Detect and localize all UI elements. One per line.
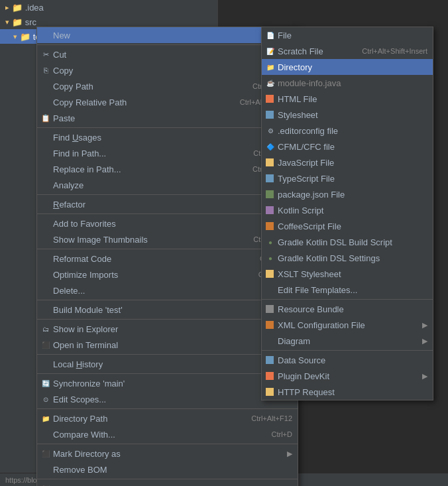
menu-item-thumbnails[interactable]: Show Image Thumbnails Ctrl+Shift+T [37,231,298,247]
copy-icon: ⎘ [40,65,51,76]
menu-findusages-label: Find Usages [53,133,258,143]
submenu-item-resourcebundle[interactable]: Resource Bundle [262,301,433,317]
tree-src-label: src [25,17,36,27]
xslt-icon [265,269,276,279]
menu-item-replaceinpath[interactable]: Replace in Path... Ctrl+Shift+R [37,161,298,177]
menu-item-cut[interactable]: ✂ Cut Ctrl+X [37,46,298,62]
submenu-plugindevkit-label: Plugin DevKit [278,371,420,381]
submenu-typescript-label: TypeScript File [278,174,427,184]
menu-item-buildmodule[interactable]: Build Module 'test' [37,302,298,318]
html-icon [265,93,276,104]
cfml-icon: 🔷 [265,141,276,152]
diagrams-icon: ⬛ [40,483,51,486]
submenu-scratch-label: Scratch File [278,46,349,56]
comparewith-shortcut: Ctrl+D [272,430,292,438]
submenu-item-diagram[interactable]: Diagram ▶ [262,333,433,349]
submenu-datasource-label: Data Source [278,355,427,365]
file-icon: 📄 [265,30,276,40]
submenu-item-html[interactable]: HTML File [262,91,433,107]
menu-item-refactor[interactable]: Refactor ▶ [37,196,298,212]
menu-optimize-label: Optimize Imports [53,270,245,280]
menu-item-delete[interactable]: Delete... Delete [37,282,298,298]
menu-item-markdir[interactable]: ⬛ Mark Directory as ▶ [37,446,298,461]
menu-item-findinpath[interactable]: Find in Path... Ctrl+Shift+F [37,145,298,161]
submenu-item-javascript[interactable]: JavaScript File [262,154,433,170]
tree-idea[interactable]: ▸ 📁 .idea [0,0,218,15]
submenu-item-scratch[interactable]: 📝 Scratch File Ctrl+Alt+Shift+Insert [262,43,433,59]
menu-item-synchronize[interactable]: 🔄 Synchronize 'main' [37,375,298,391]
submenu-item-xmlconfig[interactable]: XML Configuration File ▶ [262,317,433,333]
submenu-item-cfml[interactable]: 🔷 CFML/CFC file [262,139,433,154]
submenu-item-moduleinfo[interactable]: ☕ module-info.java [262,75,433,91]
gradle-settings-icon: ● [265,253,276,263]
submenu-item-typescript[interactable]: TypeScript File [262,170,433,186]
menu-item-comparewith[interactable]: Compare With... Ctrl+D [37,426,298,442]
submenu-edittemplates-label: Edit File Templates... [278,285,427,295]
submenu-item-gradle-build[interactable]: ● Gradle Kotlin DSL Build Script [262,234,433,250]
submenu-item-plugindevkit[interactable]: Plugin DevKit ▶ [262,368,433,384]
submenu-coffeescript-label: CoffeeScript File [278,221,427,231]
menu-cut-label: Cut [53,50,258,60]
menu-paste-label: Paste [53,113,258,123]
menu-item-findusages[interactable]: Find Usages Alt+F7 [37,129,298,145]
menu-reformat-label: Reformat Code [53,254,247,264]
menu-refactor-label: Refactor [53,200,284,210]
menu-delete-label: Delete... [53,286,258,296]
menu-item-diagrams[interactable]: ⬛ Diagrams ▶ [37,481,298,486]
menu-item-copypath[interactable]: Copy Path Ctrl+Shift+C [37,78,298,94]
explorer-icon: 🗂 [40,324,51,334]
menu-item-new[interactable]: New ▶ [37,27,298,43]
submenu-resourcebundle-label: Resource Bundle [278,304,427,314]
paste-icon: 📋 [40,113,51,123]
scope-icon: ⊙ [40,394,51,404]
menu-removebom-label: Remove BOM [53,465,292,475]
submenu-item-editorconfig[interactable]: ⚙ .editorconfig file [262,123,433,139]
submenu-xmlconfig-label: XML Configuration File [278,320,420,330]
menu-item-analyze[interactable]: Analyze ▶ [37,177,298,193]
menu-item-editscopes[interactable]: ⊙ Edit Scopes... [37,391,298,407]
separator-8 [37,354,298,355]
menu-item-showexplorer[interactable]: 🗂 Show in Explorer [37,321,298,337]
context-menu: New ▶ ✂ Cut Ctrl+X ⎘ Copy Ctrl+C Copy Pa… [36,27,298,486]
menu-item-dirpath[interactable]: 📁 Directory Path Ctrl+Alt+F12 [37,410,298,426]
separator-11 [37,444,298,444]
dirpath-shortcut: Ctrl+Alt+F12 [251,414,292,422]
menu-item-localhistory[interactable]: Local History ▶ [37,356,298,372]
menu-item-reformat[interactable]: Reformat Code Ctrl+Alt+L [37,251,298,267]
menu-markdir-label: Mark Directory as [53,449,284,459]
submenu-item-file[interactable]: 📄 File [262,27,433,43]
submenu-item-xslt[interactable]: XSLT Stylesheet [262,266,433,282]
submenu-stylesheet-label: Stylesheet [278,110,427,120]
menu-synchronize-label: Synchronize 'main' [53,379,292,389]
resource-icon [265,304,276,314]
submenu-item-coffeescript[interactable]: CoffeeScript File [262,218,433,234]
separator-3 [37,194,298,195]
submenu-javascript-label: JavaScript File [278,158,427,168]
menu-item-removebom[interactable]: Remove BOM [37,461,298,477]
menu-replaceinpath-label: Replace in Path... [53,164,239,174]
menu-item-copyrelative[interactable]: Copy Relative Path Ctrl+Alt+Shift+C [37,94,298,110]
submenu-item-datasource[interactable]: Data Source [262,352,433,368]
submenu-item-directory[interactable]: 📁 Directory [262,59,433,75]
submenu-cfml-label: CFML/CFC file [278,142,427,152]
packagejson-icon [265,189,276,200]
submenu-item-stylesheet[interactable]: Stylesheet [262,107,433,123]
menu-item-openterminal[interactable]: ⬛ Open in Terminal [37,337,298,353]
menu-item-addfavorites[interactable]: Add to Favorites ▶ [37,215,298,231]
submenu-item-packagejson[interactable]: package.json File [262,186,433,202]
submenu-item-gradle-settings[interactable]: ● Gradle Kotlin DSL Settings [262,250,433,266]
submenu-item-kotlin[interactable]: Kotlin Script [262,202,433,218]
submenu-gradle-build-label: Gradle Kotlin DSL Build Script [278,237,427,247]
menu-showexplorer-label: Show in Explorer [53,324,292,334]
menu-copy-label: Copy [53,66,258,76]
menu-item-paste[interactable]: 📋 Paste Ctrl+V [37,110,298,126]
menu-item-copy[interactable]: ⎘ Copy Ctrl+C [37,62,298,78]
submenu-item-edittemplates[interactable]: Edit File Templates... [262,282,433,298]
folder-icon-test: ▾ [13,32,17,41]
menu-item-optimize[interactable]: Optimize Imports Ctrl+Alt+O [37,267,298,282]
submenu-item-httprequest[interactable]: HTTP Request [262,384,433,400]
xml-icon [265,320,276,330]
menu-copypath-label: Copy Path [53,82,239,91]
js-icon [265,157,276,168]
cut-icon: ✂ [40,49,51,60]
